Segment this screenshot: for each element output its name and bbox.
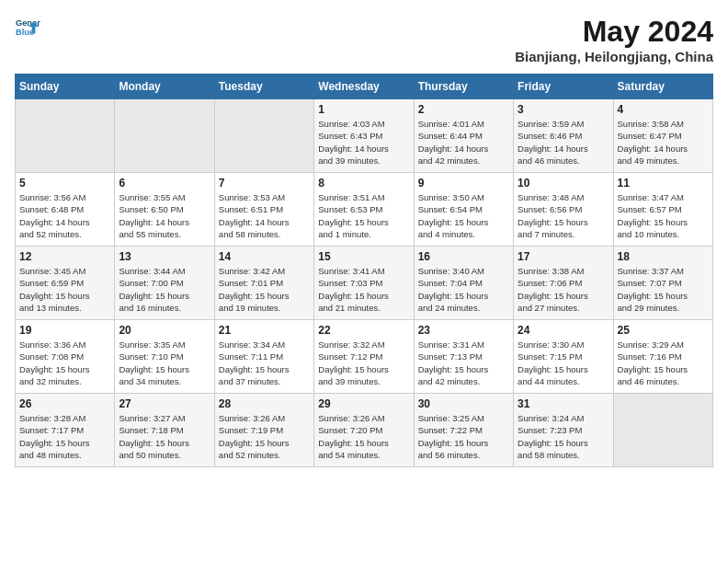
day-info-2: Sunrise: 4:01 AM Sunset: 6:44 PM Dayligh…	[418, 118, 509, 167]
cell-1-6: 11Sunrise: 3:47 AM Sunset: 6:57 PM Dayli…	[613, 173, 712, 247]
day-info-12: Sunrise: 3:45 AM Sunset: 6:59 PM Dayligh…	[19, 265, 110, 314]
day-number-17: 17	[518, 250, 609, 263]
day-number-4: 4	[618, 103, 709, 116]
cell-2-6: 18Sunrise: 3:37 AM Sunset: 7:07 PM Dayli…	[613, 247, 712, 320]
logo-icon: General Blue	[15, 15, 40, 40]
day-number-20: 20	[119, 324, 210, 337]
cell-4-4: 30Sunrise: 3:25 AM Sunset: 7:22 PM Dayli…	[414, 394, 513, 467]
cell-3-5: 24Sunrise: 3:30 AM Sunset: 7:15 PM Dayli…	[514, 320, 613, 394]
cell-2-0: 12Sunrise: 3:45 AM Sunset: 6:59 PM Dayli…	[16, 247, 115, 320]
day-info-8: Sunrise: 3:51 AM Sunset: 6:53 PM Dayligh…	[318, 191, 409, 240]
day-info-11: Sunrise: 3:47 AM Sunset: 6:57 PM Dayligh…	[618, 191, 709, 240]
day-info-27: Sunrise: 3:27 AM Sunset: 7:18 PM Dayligh…	[119, 412, 210, 461]
day-info-6: Sunrise: 3:55 AM Sunset: 6:50 PM Dayligh…	[119, 191, 210, 240]
day-number-25: 25	[618, 324, 709, 337]
cell-0-3: 1Sunrise: 4:03 AM Sunset: 6:43 PM Daylig…	[314, 99, 414, 173]
day-info-7: Sunrise: 3:53 AM Sunset: 6:51 PM Dayligh…	[219, 191, 310, 240]
day-info-29: Sunrise: 3:26 AM Sunset: 7:20 PM Dayligh…	[318, 412, 409, 461]
day-info-1: Sunrise: 4:03 AM Sunset: 6:43 PM Dayligh…	[318, 118, 409, 167]
day-info-18: Sunrise: 3:37 AM Sunset: 7:07 PM Dayligh…	[618, 265, 709, 314]
week-row-4: 19Sunrise: 3:36 AM Sunset: 7:08 PM Dayli…	[16, 320, 713, 394]
day-number-8: 8	[318, 177, 409, 190]
day-info-16: Sunrise: 3:40 AM Sunset: 7:04 PM Dayligh…	[418, 265, 509, 314]
cell-2-5: 17Sunrise: 3:38 AM Sunset: 7:06 PM Dayli…	[514, 247, 613, 320]
cell-2-1: 13Sunrise: 3:44 AM Sunset: 7:00 PM Dayli…	[115, 247, 214, 320]
day-info-5: Sunrise: 3:56 AM Sunset: 6:48 PM Dayligh…	[19, 191, 110, 240]
cell-0-1	[115, 99, 214, 173]
week-row-5: 26Sunrise: 3:28 AM Sunset: 7:17 PM Dayli…	[16, 394, 713, 467]
day-number-14: 14	[219, 250, 310, 263]
cell-3-6: 25Sunrise: 3:29 AM Sunset: 7:16 PM Dayli…	[613, 320, 712, 394]
day-info-23: Sunrise: 3:31 AM Sunset: 7:13 PM Dayligh…	[418, 339, 509, 387]
title-area: May 2024 Bianjiang, Heilongjiang, China	[515, 15, 713, 64]
day-info-17: Sunrise: 3:38 AM Sunset: 7:06 PM Dayligh…	[518, 265, 609, 314]
header-tuesday: Tuesday	[214, 75, 313, 99]
day-info-15: Sunrise: 3:41 AM Sunset: 7:03 PM Dayligh…	[318, 265, 409, 314]
day-number-2: 2	[418, 103, 509, 116]
day-number-6: 6	[119, 177, 210, 190]
day-info-9: Sunrise: 3:50 AM Sunset: 6:54 PM Dayligh…	[418, 191, 509, 240]
day-info-19: Sunrise: 3:36 AM Sunset: 7:08 PM Dayligh…	[19, 339, 110, 387]
header: General Blue May 2024 Bianjiang, Heilong…	[15, 15, 713, 64]
week-row-2: 5Sunrise: 3:56 AM Sunset: 6:48 PM Daylig…	[16, 173, 713, 247]
cell-3-2: 21Sunrise: 3:34 AM Sunset: 7:11 PM Dayli…	[214, 320, 313, 394]
day-info-4: Sunrise: 3:58 AM Sunset: 6:47 PM Dayligh…	[618, 118, 709, 167]
day-number-9: 9	[418, 177, 509, 190]
day-number-22: 22	[318, 324, 409, 337]
cell-4-5: 31Sunrise: 3:24 AM Sunset: 7:23 PM Dayli…	[514, 394, 613, 467]
day-number-16: 16	[418, 250, 509, 263]
day-info-30: Sunrise: 3:25 AM Sunset: 7:22 PM Dayligh…	[418, 412, 509, 461]
header-friday: Friday	[514, 75, 613, 99]
day-number-24: 24	[518, 324, 609, 337]
day-info-31: Sunrise: 3:24 AM Sunset: 7:23 PM Dayligh…	[518, 412, 609, 461]
day-info-20: Sunrise: 3:35 AM Sunset: 7:10 PM Dayligh…	[119, 339, 210, 387]
cell-4-1: 27Sunrise: 3:27 AM Sunset: 7:18 PM Dayli…	[115, 394, 214, 467]
header-row: Sunday Monday Tuesday Wednesday Thursday…	[16, 75, 713, 99]
header-saturday: Saturday	[613, 75, 712, 99]
cell-1-0: 5Sunrise: 3:56 AM Sunset: 6:48 PM Daylig…	[16, 173, 115, 247]
day-number-12: 12	[19, 250, 110, 263]
week-row-1: 1Sunrise: 4:03 AM Sunset: 6:43 PM Daylig…	[16, 99, 713, 173]
day-info-28: Sunrise: 3:26 AM Sunset: 7:19 PM Dayligh…	[219, 412, 310, 461]
day-info-14: Sunrise: 3:42 AM Sunset: 7:01 PM Dayligh…	[219, 265, 310, 314]
cell-0-4: 2Sunrise: 4:01 AM Sunset: 6:44 PM Daylig…	[414, 99, 513, 173]
month-title: May 2024	[515, 15, 713, 49]
cell-3-3: 22Sunrise: 3:32 AM Sunset: 7:12 PM Dayli…	[314, 320, 414, 394]
cell-0-0	[16, 99, 115, 173]
cell-2-2: 14Sunrise: 3:42 AM Sunset: 7:01 PM Dayli…	[214, 247, 313, 320]
calendar-table: Sunday Monday Tuesday Wednesday Thursday…	[15, 74, 713, 467]
day-info-24: Sunrise: 3:30 AM Sunset: 7:15 PM Dayligh…	[518, 339, 609, 387]
day-number-7: 7	[219, 177, 310, 190]
header-sunday: Sunday	[16, 75, 115, 99]
day-number-10: 10	[518, 177, 609, 190]
cell-1-2: 7Sunrise: 3:53 AM Sunset: 6:51 PM Daylig…	[214, 173, 313, 247]
week-row-3: 12Sunrise: 3:45 AM Sunset: 6:59 PM Dayli…	[16, 247, 713, 320]
cell-4-3: 29Sunrise: 3:26 AM Sunset: 7:20 PM Dayli…	[314, 394, 414, 467]
cell-4-2: 28Sunrise: 3:26 AM Sunset: 7:19 PM Dayli…	[214, 394, 313, 467]
day-number-28: 28	[219, 397, 310, 410]
cell-1-1: 6Sunrise: 3:55 AM Sunset: 6:50 PM Daylig…	[115, 173, 214, 247]
cell-3-1: 20Sunrise: 3:35 AM Sunset: 7:10 PM Dayli…	[115, 320, 214, 394]
cell-0-6: 4Sunrise: 3:58 AM Sunset: 6:47 PM Daylig…	[613, 99, 712, 173]
cell-3-0: 19Sunrise: 3:36 AM Sunset: 7:08 PM Dayli…	[16, 320, 115, 394]
day-number-26: 26	[19, 397, 110, 410]
day-info-26: Sunrise: 3:28 AM Sunset: 7:17 PM Dayligh…	[19, 412, 110, 461]
day-number-31: 31	[518, 397, 609, 410]
day-number-18: 18	[618, 250, 709, 263]
day-number-13: 13	[119, 250, 210, 263]
day-info-25: Sunrise: 3:29 AM Sunset: 7:16 PM Dayligh…	[618, 339, 709, 387]
day-number-1: 1	[318, 103, 409, 116]
cell-0-5: 3Sunrise: 3:59 AM Sunset: 6:46 PM Daylig…	[514, 99, 613, 173]
day-number-23: 23	[418, 324, 509, 337]
day-number-11: 11	[618, 177, 709, 190]
day-info-21: Sunrise: 3:34 AM Sunset: 7:11 PM Dayligh…	[219, 339, 310, 387]
svg-text:Blue: Blue	[16, 28, 34, 37]
day-number-5: 5	[19, 177, 110, 190]
header-wednesday: Wednesday	[314, 75, 414, 99]
location-title: Bianjiang, Heilongjiang, China	[515, 49, 713, 64]
day-number-21: 21	[219, 324, 310, 337]
day-number-19: 19	[19, 324, 110, 337]
cell-1-3: 8Sunrise: 3:51 AM Sunset: 6:53 PM Daylig…	[314, 173, 414, 247]
day-number-30: 30	[418, 397, 509, 410]
day-info-13: Sunrise: 3:44 AM Sunset: 7:00 PM Dayligh…	[119, 265, 210, 314]
